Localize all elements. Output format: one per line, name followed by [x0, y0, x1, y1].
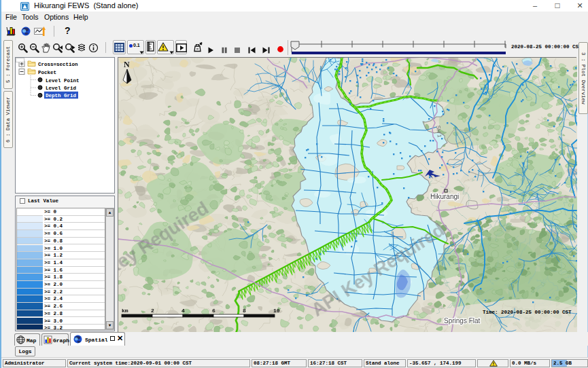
svg-text:10: 10 [273, 308, 280, 314]
svg-text:km: km [122, 308, 128, 314]
svg-text:Depth Grid: Depth Grid [46, 93, 76, 98]
svg-text:Level Point: Level Point [46, 78, 80, 84]
svg-text:4: 4 [181, 308, 185, 314]
svg-text:Springs Flat: Springs Flat [444, 317, 481, 325]
svg-text:6: 6 [212, 308, 215, 314]
svg-text:Pocket: Pocket [38, 70, 56, 75]
svg-text:SH 1: SH 1 [435, 125, 443, 138]
svg-text:N: N [124, 60, 130, 69]
svg-text:8: 8 [243, 308, 246, 314]
svg-text:Time: 2020-08-25 00:00:00 CST: Time: 2020-08-25 00:00:00 CST [483, 310, 572, 315]
svg-text:2: 2 [151, 308, 154, 314]
svg-text:Level Grid: Level Grid [46, 86, 76, 91]
svg-text:Cross=section: Cross=section [38, 62, 78, 67]
svg-text:Hikurangi: Hikurangi [430, 193, 459, 200]
